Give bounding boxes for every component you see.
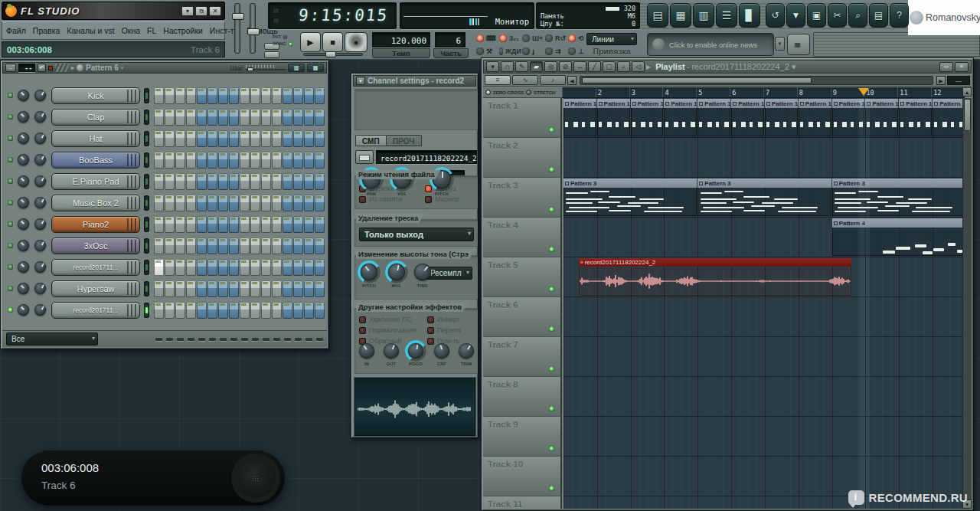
step-cell[interactable]	[283, 259, 292, 276]
step-cell[interactable]	[272, 195, 282, 211]
punch-toggle[interactable]: ɟ	[522, 45, 544, 57]
step-cell[interactable]	[315, 280, 325, 297]
step-cell[interactable]	[272, 130, 282, 147]
resample-button[interactable]: Ресемпл	[425, 267, 472, 280]
track-header[interactable]: Track 6	[483, 297, 562, 337]
channel-pan-knob[interactable]	[18, 154, 29, 165]
step-cell[interactable]	[293, 237, 303, 254]
detach-icon[interactable]: ↔	[5, 64, 16, 72]
channel-selector-led[interactable]	[144, 152, 149, 168]
channel-button[interactable]: Kick	[51, 87, 140, 104]
pitch-pitch-knob[interactable]	[361, 264, 377, 280]
fx-option[interactable]: Нормализация	[359, 325, 416, 336]
track-lane[interactable]	[564, 337, 965, 377]
horizontal-scroll-thumb[interactable]	[582, 77, 812, 84]
channel-pan-knob[interactable]	[18, 111, 29, 123]
step-cell[interactable]	[240, 302, 250, 319]
channel-volume-knob[interactable]	[34, 154, 46, 165]
menu-item-4[interactable]: Окна	[122, 26, 140, 35]
step-cell[interactable]	[197, 195, 207, 211]
master-volume-slider[interactable]	[234, 3, 240, 54]
channel-volume-knob[interactable]	[34, 197, 46, 208]
step-cell[interactable]	[272, 280, 282, 297]
channel-led[interactable]	[8, 243, 13, 248]
tempo-display[interactable]: 120.000	[372, 32, 430, 47]
stretch-radio[interactable]	[526, 90, 531, 95]
declick-dropdown[interactable]: Только выход	[359, 228, 474, 241]
step-cell[interactable]	[207, 195, 217, 211]
step-cell[interactable]	[207, 130, 217, 147]
step-cell[interactable]	[315, 109, 325, 126]
step-cell[interactable]	[240, 195, 250, 211]
step-cell[interactable]	[207, 259, 217, 276]
save-new-version-button[interactable]: ▼	[786, 3, 805, 28]
channel-selector-led[interactable]	[144, 260, 149, 275]
mute-tool-button[interactable]: ⊘	[559, 61, 572, 72]
step-cell[interactable]	[229, 302, 239, 319]
step-cell[interactable]	[250, 216, 260, 233]
step-cell[interactable]	[207, 109, 217, 126]
maximize-icon[interactable]: ▭	[939, 62, 953, 72]
pattern-clip[interactable]: Pattern 1	[765, 99, 798, 136]
playlist-titlebar[interactable]: ▾∩✎▰◎⊘↔╱▢⌕◁ ▶ Playlist - record201711182…	[483, 60, 972, 74]
step-cell[interactable]	[272, 237, 282, 254]
step-cell[interactable]	[315, 216, 325, 233]
step-cell[interactable]	[175, 130, 185, 147]
undo-icon[interactable]: ↶	[38, 64, 46, 72]
step-cell[interactable]	[272, 152, 282, 169]
track-led[interactable]	[549, 287, 554, 292]
step-cell[interactable]	[240, 152, 250, 169]
vertical-scrollbar[interactable]: ▼	[962, 98, 972, 509]
step-cell[interactable]	[186, 87, 196, 104]
pitch-mul-knob[interactable]	[388, 264, 405, 280]
app-titlebar[interactable]: FL STUDIO ▾ ⧉ ✕	[2, 2, 225, 20]
step-cell[interactable]	[261, 87, 271, 104]
track-header[interactable]: Track 1	[483, 98, 562, 138]
step-cell[interactable]	[240, 237, 250, 254]
channel-volume-knob[interactable]	[34, 218, 46, 230]
step-cell[interactable]	[207, 173, 217, 190]
step-cell[interactable]	[207, 216, 217, 233]
channel-selector-led[interactable]	[144, 131, 149, 146]
step-cell[interactable]	[240, 280, 250, 297]
step-cell[interactable]	[293, 280, 303, 297]
time-mode-beats-icon[interactable]	[273, 8, 279, 14]
fx-checkbox[interactable]	[427, 338, 434, 345]
step-cell[interactable]	[229, 259, 239, 276]
snap-dropdown[interactable]: Линии	[586, 33, 637, 45]
channel-pan-knob[interactable]	[18, 218, 29, 230]
track-led[interactable]	[549, 486, 554, 491]
step-cell[interactable]	[229, 216, 239, 233]
step-cell[interactable]	[293, 109, 303, 126]
hint-mini-button-2[interactable]	[264, 51, 279, 58]
paint-tool-button[interactable]: ▰	[530, 61, 543, 72]
record-button[interactable]: ●	[345, 32, 368, 52]
step-cell[interactable]	[304, 216, 314, 233]
step-cell[interactable]	[218, 109, 228, 126]
step-cell[interactable]	[261, 280, 271, 297]
step-cell[interactable]	[165, 237, 175, 254]
step-cell[interactable]	[186, 152, 196, 169]
track-lane[interactable]: Pattern 1Pattern 1Pattern 1Pattern 1Patt…	[564, 98, 965, 138]
step-cell[interactable]	[229, 152, 239, 169]
track-led[interactable]	[549, 127, 554, 133]
track-led[interactable]	[549, 366, 554, 372]
countdown-toggle[interactable]: 3₂₁	[499, 32, 521, 44]
step-cell[interactable]	[207, 87, 217, 104]
online-news-banner[interactable]: Click to enable online news	[647, 33, 774, 56]
step-cell[interactable]	[304, 237, 314, 254]
step-cell[interactable]	[207, 152, 217, 169]
scroll-up-icon[interactable]: ▲	[962, 87, 972, 97]
step-cell[interactable]	[272, 259, 282, 276]
pattern-clip[interactable]: Pattern 1	[597, 99, 630, 136]
channel-led[interactable]	[8, 157, 13, 162]
step-cell[interactable]	[293, 152, 303, 169]
typing-keyboard-icon[interactable]	[787, 34, 810, 55]
step-cell[interactable]	[261, 173, 271, 190]
step-cell[interactable]	[304, 195, 314, 211]
step-cell[interactable]	[261, 259, 271, 276]
step-cell[interactable]	[197, 109, 207, 126]
fx-option[interactable]: Перехо	[427, 325, 461, 336]
track-header[interactable]: Track 3	[483, 178, 562, 218]
track-led[interactable]	[549, 167, 554, 172]
